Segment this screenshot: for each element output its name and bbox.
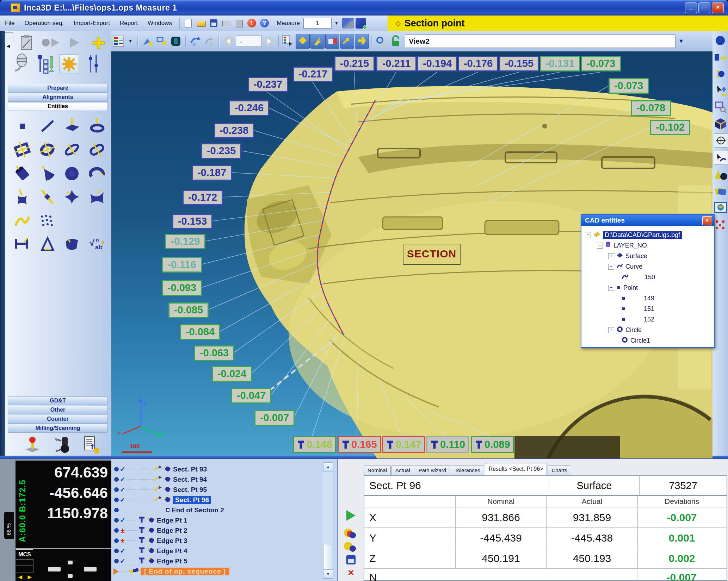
select-curve-icon[interactable] xyxy=(714,151,728,165)
close-button[interactable]: × xyxy=(712,2,724,13)
deviation-label[interactable]: -0.238 xyxy=(214,123,254,138)
print-icon[interactable] xyxy=(221,18,232,29)
entities-mode-icon[interactable] xyxy=(59,54,79,74)
deviation-label[interactable]: -0.235 xyxy=(201,143,241,159)
deviation-label[interactable]: -0.211 xyxy=(376,56,417,71)
cad-tree-row[interactable]: 149 xyxy=(585,293,714,304)
circle-id-label[interactable]: Circle1 xyxy=(630,337,650,344)
tree-row-selected[interactable]: ✓ Sect. Pt 96 xyxy=(111,495,323,505)
point-entity-icon[interactable] xyxy=(14,118,30,136)
circle-label[interactable]: Circle xyxy=(625,326,642,334)
report-icon[interactable]: f xyxy=(82,435,101,454)
stop-icon[interactable]: ! xyxy=(247,18,257,29)
deviation-label[interactable]: -0.237 xyxy=(248,77,288,92)
edge-flag-label[interactable]: 0.089 xyxy=(471,436,514,453)
surface-point-icon[interactable] xyxy=(13,188,31,207)
deviation-label[interactable]: -0.187 xyxy=(192,165,232,181)
play-icon[interactable] xyxy=(65,33,84,52)
cad-tree-row[interactable]: 150 xyxy=(585,272,714,282)
result-row-x[interactable]: X 931.866 931.859 -0.007 xyxy=(364,507,727,528)
plane-entity-icon[interactable] xyxy=(63,118,81,136)
collapse-icon[interactable]: − xyxy=(608,264,614,270)
deviation-label[interactable]: -0.073 xyxy=(581,56,621,71)
view-name-combo[interactable]: View2 xyxy=(405,35,675,48)
edge-flag-label[interactable]: 0.110 xyxy=(426,436,469,453)
cad-tree-row[interactable]: − Curve xyxy=(585,261,714,272)
cone-entity-icon[interactable] xyxy=(38,164,56,183)
tree-row[interactable]: ✓ Edge Pt 4 xyxy=(111,546,323,556)
group-prepare[interactable]: Prepare xyxy=(8,84,108,93)
view-back-icon[interactable] xyxy=(222,34,235,48)
maximize-button[interactable]: □ xyxy=(698,2,710,13)
primitives-icon[interactable] xyxy=(714,168,727,181)
scroll-thumb[interactable] xyxy=(323,544,333,572)
menu-import-export[interactable]: Import-Export xyxy=(69,20,115,27)
panel-handle[interactable] xyxy=(5,32,13,42)
scan-probe-icon[interactable] xyxy=(52,435,71,454)
menu-operation-seq[interactable]: Operation seq. xyxy=(19,20,69,27)
clipboard-icon[interactable] xyxy=(17,33,36,52)
patch-entity-icon[interactable] xyxy=(63,235,81,254)
move-points-icon[interactable] xyxy=(714,67,727,81)
distance-entity-icon[interactable] xyxy=(13,235,31,254)
deviation-label[interactable]: -0.116 xyxy=(162,257,202,273)
minimize-button[interactable]: _ xyxy=(685,2,697,13)
line-entity-icon[interactable] xyxy=(39,118,55,136)
star-point-icon[interactable] xyxy=(63,188,81,207)
cad-tree-row[interactable]: − LAYER_NO xyxy=(585,240,714,251)
zoom-window-icon[interactable] xyxy=(155,34,168,48)
probe-manager-icon[interactable] xyxy=(342,18,354,29)
window-zoom-icon[interactable] xyxy=(714,100,727,114)
deviation-label[interactable]: -0.217 xyxy=(293,67,333,82)
recompute-icon[interactable] xyxy=(343,527,359,541)
deviation-label[interactable]: -0.093 xyxy=(162,280,202,296)
tab-nominal[interactable]: Nominal xyxy=(364,465,391,475)
record-play-icon[interactable] xyxy=(41,33,60,52)
jog-arrows[interactable]: ◄► xyxy=(17,573,36,581)
cards-icon[interactable] xyxy=(714,185,727,198)
collapse-icon[interactable]: − xyxy=(597,243,603,249)
add-operation-icon[interactable] xyxy=(89,33,108,52)
lock-open-icon[interactable] xyxy=(389,34,402,48)
label-arrow-icon[interactable] xyxy=(340,34,354,49)
view-name-dropdown-icon[interactable]: ▼ xyxy=(678,38,684,44)
deviation-label[interactable]: -0.129 xyxy=(165,234,205,249)
deviation-label[interactable]: -0.246 xyxy=(229,100,269,116)
colormap-apply-icon[interactable] xyxy=(282,34,295,48)
group-entities[interactable]: Entities xyxy=(8,102,108,111)
measure-dropdown-icon[interactable]: ▼ xyxy=(334,21,339,26)
tree-row[interactable]: ✓ Sect. Pt 95 xyxy=(111,485,323,495)
deviation-label[interactable]: -0.153 xyxy=(172,214,212,229)
surface-label[interactable]: Surface xyxy=(625,252,647,260)
cad-tree-row[interactable]: − D:\Data\CAD\GPart.igs.bgf xyxy=(585,230,714,240)
plotter-icon[interactable] xyxy=(234,18,245,29)
cad-tree-row[interactable]: 151 xyxy=(585,304,714,314)
cad-panel-title[interactable]: CAD entities xyxy=(581,215,714,226)
result-row-n[interactable]: N -0.007 xyxy=(364,569,727,581)
tree-row[interactable]: ✓ Edge Pt 1 xyxy=(111,515,323,525)
tab-actual[interactable]: Actual xyxy=(391,465,414,475)
scroll-up-icon[interactable]: ▲ xyxy=(323,462,333,471)
scroll-down-icon[interactable]: ▼ xyxy=(323,569,333,579)
labels-show-icon[interactable] xyxy=(296,34,310,49)
menu-windows[interactable]: Windows xyxy=(143,20,177,27)
collapse-icon[interactable]: − xyxy=(585,232,591,238)
tree-row[interactable]: ✓ Edge Pt 5 xyxy=(111,556,323,566)
sphere-entity-icon[interactable] xyxy=(63,164,81,183)
tab-results[interactable]: Results <Sect. Pt 96> xyxy=(485,463,547,475)
deviation-label[interactable]: -0.194 xyxy=(417,56,457,71)
color-scale-dropdown-icon[interactable]: ▼ xyxy=(128,39,132,44)
point-id-label[interactable]: 152 xyxy=(644,316,654,323)
edge-flag-label[interactable]: 0.147 xyxy=(382,436,425,453)
slot-entity-icon[interactable] xyxy=(88,141,106,160)
cad-tree-row[interactable]: − Circle xyxy=(585,325,714,335)
result-row-z[interactable]: Z 450.191 450.193 0.002 xyxy=(364,548,727,569)
tree-row[interactable]: ✓ Sect. Pt 93 xyxy=(111,464,323,474)
label-move-icon[interactable] xyxy=(355,34,369,49)
save-icon[interactable] xyxy=(209,18,219,29)
collapse-icon[interactable]: − xyxy=(608,327,614,333)
expand-icon[interactable]: + xyxy=(608,253,614,259)
display-mode-icon[interactable] xyxy=(169,34,183,48)
compute-icon[interactable] xyxy=(343,540,359,554)
deviation-label[interactable]: -0.024 xyxy=(212,366,252,382)
